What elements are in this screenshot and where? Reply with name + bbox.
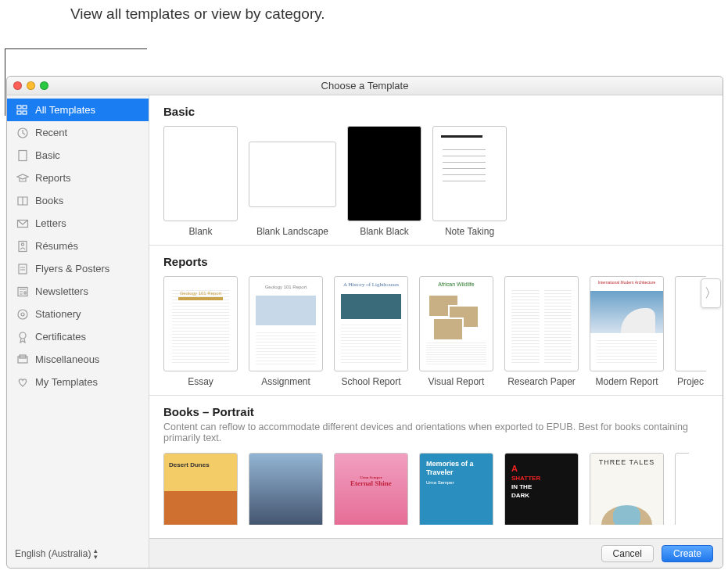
template-chooser-window: Choose a Template All Templates Recent B… bbox=[6, 76, 723, 569]
template-thumb bbox=[163, 126, 238, 221]
template-label: Research Paper bbox=[504, 376, 579, 387]
section-books-portrait: Books – Portrait Content can reflow to a… bbox=[149, 396, 723, 529]
academic-cap-icon bbox=[16, 172, 29, 185]
template-gallery: Basic Blank Blank Landscape bbox=[149, 95, 723, 568]
sidebar-item-label: Basic bbox=[35, 149, 60, 161]
section-title: Basic bbox=[163, 105, 708, 118]
sidebar-item-my-templates[interactable]: My Templates bbox=[7, 371, 149, 393]
template-book-eternal-shine[interactable]: Urna Semper Eternal Shine bbox=[334, 453, 408, 525]
scroll-right-button[interactable]: 〉 bbox=[701, 278, 721, 308]
template-book-skyline[interactable] bbox=[249, 453, 323, 525]
template-thumb bbox=[347, 126, 421, 221]
page-icon bbox=[16, 149, 29, 162]
zoom-icon[interactable] bbox=[40, 81, 48, 90]
svg-rect-1 bbox=[23, 106, 27, 109]
svg-point-12 bbox=[21, 313, 24, 316]
template-thumb bbox=[163, 453, 238, 525]
template-book-more[interactable] bbox=[675, 453, 689, 525]
window-titlebar: Choose a Template bbox=[7, 77, 723, 95]
section-reports: Reports Geology 101 Report Essay Geology… bbox=[149, 246, 723, 392]
profile-icon bbox=[16, 240, 29, 253]
svg-rect-2 bbox=[17, 111, 21, 114]
newsletter-icon bbox=[16, 285, 29, 298]
sidebar-item-basic[interactable]: Basic bbox=[7, 144, 149, 167]
sidebar-item-certificates[interactable]: Certificates bbox=[7, 325, 149, 348]
award-icon bbox=[16, 331, 29, 343]
sidebar-item-miscellaneous[interactable]: Miscellaneous bbox=[7, 348, 149, 371]
language-label: English (Australia) bbox=[15, 548, 91, 559]
sidebar-item-label: Newsletters bbox=[35, 285, 88, 297]
section-title: Books – Portrait bbox=[163, 405, 708, 418]
section-title: Reports bbox=[163, 255, 708, 268]
book-icon bbox=[16, 195, 29, 207]
template-book-shatter[interactable]: A SHATTER IN THE DARK bbox=[504, 453, 579, 525]
template-book-three-tales[interactable]: THREE TALES bbox=[590, 453, 664, 525]
clock-icon bbox=[16, 127, 29, 139]
grid-icon bbox=[16, 104, 29, 117]
minimize-icon[interactable] bbox=[27, 81, 35, 90]
template-thumb: Memories of a Traveler Urna Semper bbox=[419, 453, 493, 525]
svg-rect-5 bbox=[19, 150, 27, 160]
language-selector[interactable]: English (Australia) ▴▾ bbox=[15, 547, 98, 560]
template-thumb bbox=[504, 276, 579, 371]
template-label: Blank bbox=[163, 226, 238, 237]
sidebar-item-label: Miscellaneous bbox=[35, 353, 99, 365]
template-label: Essay bbox=[163, 376, 238, 387]
template-label: Blank Black bbox=[347, 226, 421, 237]
sidebar-item-newsletters[interactable]: Newsletters bbox=[7, 280, 149, 303]
sidebar-item-reports[interactable]: Reports bbox=[7, 167, 149, 189]
cancel-button[interactable]: Cancel bbox=[601, 545, 654, 562]
template-essay[interactable]: Geology 101 Report Essay bbox=[163, 276, 238, 387]
template-note-taking[interactable]: Note Taking bbox=[432, 126, 507, 237]
template-modern-report[interactable]: International Modern Architecture Modern… bbox=[590, 276, 664, 387]
template-label: Blank Landscape bbox=[249, 226, 336, 237]
template-thumb: Geology 101 Report bbox=[249, 276, 323, 371]
sidebar-item-stationery[interactable]: Stationery bbox=[7, 303, 149, 325]
template-book-memories[interactable]: Memories of a Traveler Urna Semper bbox=[419, 453, 493, 525]
chevron-right-icon: 〉 bbox=[705, 285, 717, 302]
sidebar-item-label: Stationery bbox=[35, 308, 81, 320]
create-button[interactable]: Create bbox=[662, 545, 713, 562]
template-assignment[interactable]: Geology 101 Report Assignment bbox=[249, 276, 323, 387]
template-school-report[interactable]: A History of Lighthouses School Report bbox=[334, 276, 408, 387]
template-blank[interactable]: Blank bbox=[163, 126, 238, 237]
template-thumb: THREE TALES bbox=[590, 453, 664, 525]
close-icon[interactable] bbox=[13, 81, 22, 90]
template-label: Assignment bbox=[249, 376, 323, 387]
template-thumb bbox=[675, 453, 689, 525]
template-thumb: Geology 101 Report bbox=[163, 276, 238, 371]
sidebar-item-label: Flyers & Posters bbox=[35, 263, 109, 274]
svg-point-11 bbox=[18, 310, 27, 319]
sidebar-item-resumes[interactable]: Résumés bbox=[7, 235, 149, 257]
stationery-icon bbox=[16, 308, 29, 321]
svg-rect-9 bbox=[19, 264, 27, 274]
flyer-icon bbox=[16, 263, 29, 275]
template-thumb bbox=[432, 126, 507, 221]
sidebar-item-label: Résumés bbox=[35, 240, 78, 252]
template-blank-landscape[interactable]: Blank Landscape bbox=[249, 142, 336, 237]
sidebar-item-label: My Templates bbox=[35, 376, 98, 388]
template-label: Visual Report bbox=[419, 376, 493, 387]
template-visual-report[interactable]: African Wildlife Visual Report bbox=[419, 276, 493, 387]
template-thumb: Urna Semper Eternal Shine bbox=[334, 453, 408, 525]
sidebar-item-books[interactable]: Books bbox=[7, 189, 149, 212]
template-label: Note Taking bbox=[432, 226, 507, 237]
heart-icon bbox=[16, 376, 29, 389]
template-label: Modern Report bbox=[590, 376, 664, 387]
template-blank-black[interactable]: Blank Black bbox=[347, 126, 421, 237]
sidebar-item-label: All Templates bbox=[35, 104, 95, 116]
sidebar-item-all-templates[interactable]: All Templates bbox=[7, 99, 149, 121]
template-research-paper[interactable]: Research Paper bbox=[504, 276, 579, 387]
sidebar-item-label: Certificates bbox=[35, 331, 86, 343]
category-sidebar: All Templates Recent Basic Reports Books… bbox=[7, 95, 149, 568]
template-book-dunes[interactable] bbox=[163, 453, 238, 525]
template-label: Projec bbox=[675, 376, 706, 387]
template-thumb: A History of Lighthouses bbox=[334, 276, 408, 371]
template-thumb bbox=[249, 453, 323, 525]
sidebar-item-letters[interactable]: Letters bbox=[7, 212, 149, 235]
template-thumb: African Wildlife bbox=[419, 276, 493, 371]
section-subtitle: Content can reflow to accommodate differ… bbox=[163, 422, 695, 443]
sidebar-item-recent[interactable]: Recent bbox=[7, 121, 149, 144]
svg-point-8 bbox=[21, 242, 23, 245]
sidebar-item-flyers[interactable]: Flyers & Posters bbox=[7, 257, 149, 280]
